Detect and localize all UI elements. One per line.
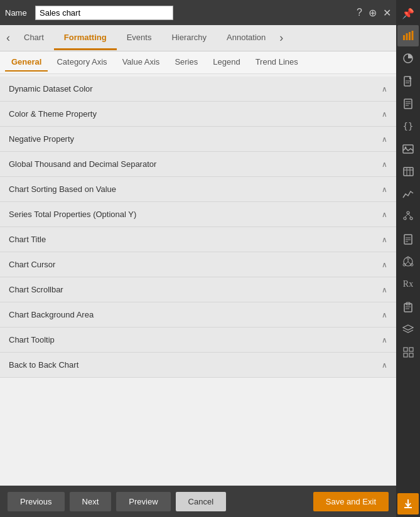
accordion-item[interactable]: Chart Scrollbar∧ [0,277,396,302]
accordion-chevron-icon: ∧ [382,361,387,370]
svg-rect-42 [409,353,413,357]
tab-nav-next-arrow[interactable]: › [276,31,287,45]
pie-chart-icon[interactable] [397,48,419,69]
svg-point-20 [410,217,412,220]
doc-icon[interactable] [397,228,419,250]
close-icon[interactable]: ✕ [383,7,391,19]
next-button[interactable]: Next [70,492,112,511]
svg-rect-3 [412,31,414,40]
accordion-list: Dynamic Dataset Color∧Color & Theme Prop… [0,74,396,486]
accordion-item[interactable]: Color & Theme Property∧ [0,102,396,127]
layers-icon[interactable] [397,319,419,340]
previous-button[interactable]: Previous [8,492,65,511]
accordion-label: Negative Property [9,134,74,144]
accordion-label: Chart Background Area [9,310,94,319]
file-icon[interactable] [397,70,419,92]
accordion-item[interactable]: Chart Cursor∧ [0,252,396,277]
accordion-label: Chart Scrollbar [9,285,63,294]
pin-icon[interactable]: 📌 [397,3,419,24]
sub-tab-row: General Category Axis Value Axis Series … [0,51,396,74]
tab-hierarchy[interactable]: Hierarchy [161,26,217,50]
svg-point-18 [407,211,409,214]
accordion-label: Chart Tooltip [9,335,55,344]
tab-events[interactable]: Events [117,26,162,50]
name-label: Name [5,8,30,18]
cancel-button[interactable]: Cancel [176,492,226,511]
header-icons: ? ⊕ ✕ [357,7,391,19]
grid-icon[interactable] [397,341,419,363]
accordion-label: Back to Back Chart [9,360,78,370]
sub-tab-series[interactable]: Series [168,53,204,72]
svg-line-21 [405,214,408,217]
svg-marker-38 [403,325,413,330]
tab-annotation[interactable]: Annotation [217,26,276,50]
rx-icon[interactable]: Rx [397,274,419,295]
svg-rect-2 [409,32,411,40]
top-tab-nav: ‹ Chart Formatting Events Hierarchy Anno… [0,25,396,51]
table-icon[interactable] [397,161,419,182]
main-panel: Name ? ⊕ ✕ ‹ Chart Formatting Events Hie… [0,0,396,517]
svg-rect-0 [403,35,405,40]
accordion-item[interactable]: Chart Background Area∧ [0,302,396,328]
clipboard-icon[interactable] [397,296,419,317]
svg-rect-1 [406,33,408,40]
accordion-chevron-icon: ∧ [382,185,387,194]
sub-tab-legend[interactable]: Legend [207,53,246,72]
accordion-chevron-icon: ∧ [382,160,387,169]
tree-icon[interactable] [397,206,419,227]
text-doc-icon[interactable] [397,93,419,114]
accordion-chevron-icon: ∧ [382,260,387,269]
braces-icon[interactable]: {} [397,115,419,137]
sub-tab-category-axis[interactable]: Category Axis [50,53,113,72]
accordion-label: Series Total Properties (Optional Y) [9,210,136,219]
svg-line-33 [408,262,411,264]
svg-line-22 [408,214,411,217]
chart-bar-icon[interactable] [397,25,419,46]
sub-tab-general[interactable]: General [5,53,48,72]
svg-rect-41 [404,353,407,357]
accordion-chevron-icon: ∧ [382,85,387,93]
image-icon[interactable] [397,138,419,159]
chart-alt-icon[interactable] [397,183,419,205]
svg-line-32 [406,262,408,264]
tab-formatting[interactable]: Formatting [54,26,117,50]
sub-tab-trend-lines[interactable]: Trend Lines [249,53,304,72]
header-row: Name ? ⊕ ✕ [0,0,396,25]
accordion-label: Color & Theme Property [9,109,97,119]
accordion-item[interactable]: Dynamic Dataset Color∧ [0,77,396,102]
accordion-item[interactable]: Chart Title∧ [0,227,396,252]
accordion-chevron-icon: ∧ [382,135,387,144]
accordion-item[interactable]: Chart Tooltip∧ [0,328,396,353]
accordion-item[interactable]: Chart Sorting Based on Value∧ [0,177,396,202]
preview-button[interactable]: Preview [116,492,170,511]
network-icon[interactable] [397,251,419,272]
accordion-item[interactable]: Back to Back Chart∧ [0,353,396,378]
chart-name-input[interactable] [35,6,173,20]
accordion-item[interactable]: Negative Property∧ [0,127,396,152]
svg-rect-40 [409,348,413,351]
download-icon[interactable] [397,493,419,514]
accordion-chevron-icon: ∧ [382,336,387,344]
sub-tab-value-axis[interactable]: Value Axis [116,53,166,72]
tab-nav-prev-arrow[interactable]: ‹ [3,31,14,45]
svg-rect-14 [404,168,413,176]
svg-rect-39 [404,348,407,351]
svg-point-19 [404,217,406,220]
move-icon[interactable]: ⊕ [369,7,377,19]
accordion-item[interactable]: Global Thousand and Decimal Separator∧ [0,152,396,177]
accordion-item[interactable]: Series Total Properties (Optional Y)∧ [0,202,396,227]
accordion-chevron-icon: ∧ [382,210,387,219]
tab-chart[interactable]: Chart [14,26,54,50]
save-exit-button[interactable]: Save and Exit [313,492,389,511]
accordion-label: Global Thousand and Decimal Separator [9,159,156,169]
help-icon[interactable]: ? [357,7,362,18]
accordion-chevron-icon: ∧ [382,285,387,294]
accordion-label: Chart Cursor [9,260,55,269]
accordion-label: Chart Sorting Based on Value [9,184,116,194]
bottom-bar: Previous Next Preview Cancel Save and Ex… [0,486,396,517]
accordion-label: Chart Title [9,235,46,244]
accordion-chevron-icon: ∧ [382,235,387,244]
accordion-chevron-icon: ∧ [382,110,387,119]
accordion-chevron-icon: ∧ [382,311,387,319]
right-sidebar: 📌 {} [396,0,420,517]
